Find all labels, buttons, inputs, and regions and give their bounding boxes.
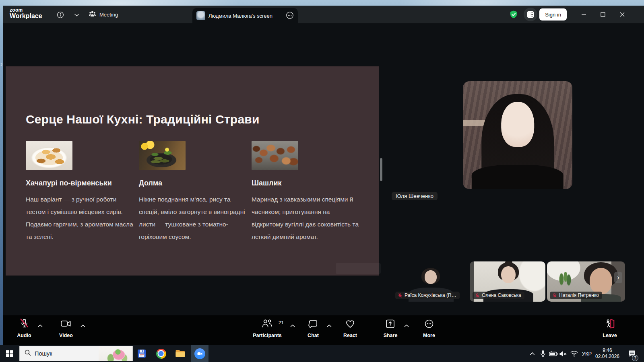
participant-name-badge: Наталія Петренко <box>550 292 602 299</box>
plant <box>558 272 572 293</box>
speaker-video[interactable] <box>463 81 572 189</box>
participant-name: Наталія Петренко <box>559 292 599 298</box>
shield-check-icon <box>509 10 518 21</box>
zoom-workplace-logo: zoom Workplace <box>10 8 42 19</box>
participants-button[interactable]: Participants <box>253 319 282 338</box>
camera-icon <box>60 319 72 331</box>
chat-label: Chat <box>308 333 319 338</box>
leave-button[interactable]: Leave <box>603 319 617 338</box>
info-icon[interactable] <box>56 11 64 19</box>
audio-label: Audio <box>17 333 31 338</box>
speaker-face <box>501 102 534 147</box>
filmstrip-next-button[interactable]: › <box>614 272 622 283</box>
more-label: More <box>423 333 435 338</box>
scrollbar-thumb[interactable] <box>380 158 382 181</box>
speaker-muted-icon[interactable] <box>557 345 569 362</box>
participants-icon <box>261 319 273 331</box>
slide-title: Серце Нашої Кухні: Традиційні Страви <box>26 113 260 126</box>
item-body: Ніжне поєднання м’яса, рису та спецій, в… <box>139 193 246 243</box>
slide-item-shashlik: Шашлик Маринад з кавказькими спеціями й … <box>252 141 360 243</box>
chrome-icon[interactable] <box>152 345 170 362</box>
desktop-stray-glyph: з <box>0 62 2 66</box>
chat-options-chevron-icon[interactable] <box>327 324 332 327</box>
slide-item-khachapuri: Хачапурі по-вірменськи Наш варіант — з р… <box>26 141 137 243</box>
participant-name: Олена Саковська <box>482 292 521 298</box>
maximize-button[interactable] <box>599 10 607 19</box>
participant-video[interactable]: Олена Саковська <box>470 261 545 302</box>
brand-workplace: Workplace <box>10 13 42 20</box>
clock-date: 02.04.2026 <box>595 354 619 360</box>
participants-count: 21 <box>279 320 284 325</box>
video-button[interactable]: Video <box>59 319 73 338</box>
video-options-chevron-icon[interactable] <box>80 324 85 327</box>
participant-face <box>590 268 612 294</box>
chat-button[interactable]: Chat <box>308 319 319 338</box>
speaker-name-badge: Юля Шевченко <box>392 192 438 200</box>
search-daily-art[interactable] <box>99 346 132 361</box>
language-indicator[interactable]: УКР <box>580 345 594 362</box>
participant-face <box>425 270 437 284</box>
meeting-tab-label: Meeting <box>99 12 118 18</box>
more-ellipsis-icon <box>424 319 434 331</box>
zoom-app-icon[interactable] <box>191 345 208 362</box>
notification-count-badge: 7 <box>632 355 638 361</box>
muted-mic-icon <box>398 293 402 298</box>
participant-name-badge: Раїса Кожухівська (R… <box>395 292 460 299</box>
dolma-photo <box>139 141 186 170</box>
meeting-content: Серце Нашої Кухні: Традиційні Страви Хач… <box>3 23 644 315</box>
audio-options-chevron-icon[interactable] <box>38 324 43 327</box>
floppy-app-icon[interactable] <box>133 345 151 362</box>
clock[interactable]: 9:46 02.04.2026 <box>592 345 622 362</box>
minimize-button[interactable] <box>580 10 588 19</box>
slide-item-dolma: Долма Ніжне поєднання м’яса, рису та спе… <box>139 141 246 243</box>
search-input[interactable]: Пошук <box>19 346 133 361</box>
share-options-chevron-icon[interactable] <box>404 324 409 327</box>
khachapuri-photo <box>26 141 72 170</box>
tray-mic-icon[interactable] <box>538 345 548 362</box>
participant-video[interactable]: Раїса Кожухівська (R… <box>392 261 468 302</box>
leave-label: Leave <box>603 333 617 338</box>
heart-icon <box>345 319 355 331</box>
chevron-down-icon[interactable] <box>72 11 80 19</box>
item-body: Маринад з кавказькими спеціями й часнико… <box>252 193 360 243</box>
item-body: Наш варіант — з ручної роботи тестом і с… <box>26 193 137 243</box>
tray-chevron-icon[interactable] <box>525 345 539 362</box>
sign-in-button[interactable]: Sign in <box>539 8 567 21</box>
shashlik-photo <box>252 141 298 170</box>
audio-button[interactable]: Audio <box>17 319 31 338</box>
tab-shared-screen[interactable]: Людмила Малюга's screen <box>192 8 298 23</box>
participant-name-badge: Олена Саковська <box>473 292 524 299</box>
item-heading: Хачапурі по-вірменськи <box>26 179 137 187</box>
participants-options-chevron-icon[interactable] <box>290 324 295 327</box>
participants-label: Participants <box>253 333 282 338</box>
tab-meeting[interactable]: Meeting <box>89 6 118 23</box>
file-explorer-icon[interactable] <box>171 345 189 362</box>
brand-zoom: zoom <box>10 8 42 13</box>
muted-mic-icon <box>552 293 557 298</box>
meeting-people-icon <box>89 10 96 19</box>
muted-mic-icon <box>475 293 480 298</box>
start-button[interactable] <box>0 345 19 362</box>
video-label: Video <box>59 333 73 338</box>
item-heading: Долма <box>139 179 246 187</box>
react-button[interactable]: React <box>343 319 357 338</box>
speaker-shoulders <box>472 165 564 189</box>
close-button[interactable] <box>618 10 626 19</box>
more-button[interactable]: More <box>423 319 435 338</box>
share-screen-icon <box>385 319 396 331</box>
clock-time: 9:46 <box>603 348 612 354</box>
share-button[interactable]: Share <box>384 319 398 338</box>
tab-avatar <box>196 11 205 20</box>
shared-screen-slide: Серце Нашої Кухні: Традиційні Страви Хач… <box>6 66 379 276</box>
taskbar: Пошук УКР 9:46 <box>0 345 644 362</box>
search-icon <box>25 350 31 358</box>
wifi-icon[interactable] <box>568 345 580 362</box>
participant-name: Раїса Кожухівська (R… <box>405 292 456 298</box>
share-label: Share <box>384 333 398 338</box>
chat-bubble-icon <box>308 319 318 331</box>
layout-view-icon[interactable] <box>524 8 537 21</box>
tab-options-ellipsis-icon[interactable] <box>286 11 294 21</box>
meeting-toolbar: Audio Video Participants 21 <box>3 315 644 345</box>
window-titlebar: zoom Workplace Meeting Людмила Малюга's … <box>3 6 644 23</box>
participant-video[interactable]: Наталія Петренко <box>547 261 625 302</box>
